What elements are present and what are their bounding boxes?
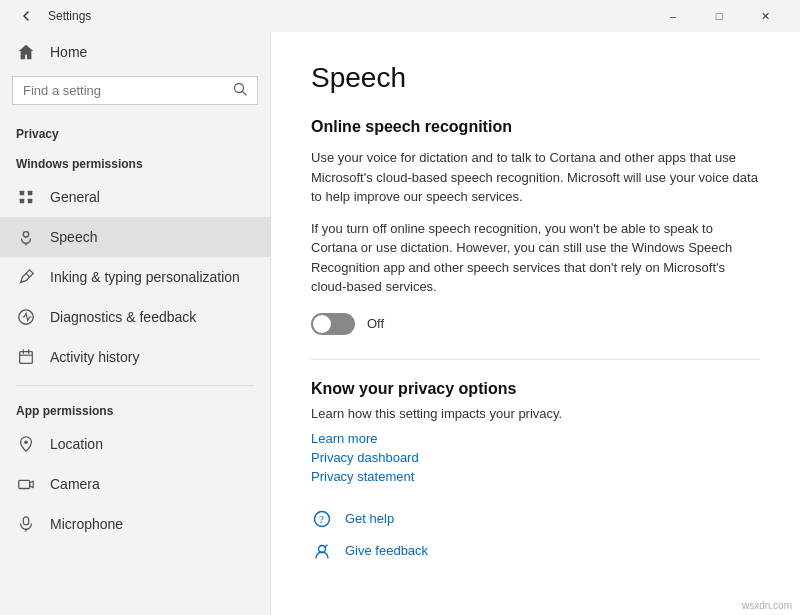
- home-icon: [16, 42, 36, 62]
- sidebar-item-general[interactable]: General: [0, 177, 270, 217]
- know-privacy-title: Know your privacy options: [311, 380, 760, 398]
- camera-icon: [16, 474, 36, 494]
- sidebar-divider: [16, 385, 254, 386]
- svg-point-14: [24, 440, 28, 444]
- toggle-row: Off: [311, 313, 760, 335]
- get-help-icon: ?: [311, 508, 333, 530]
- windows-permissions-label: Windows permissions: [0, 147, 270, 177]
- toggle-label: Off: [367, 316, 384, 331]
- sidebar-diagnostics-label: Diagnostics & feedback: [50, 309, 196, 325]
- sidebar-activity-label: Activity history: [50, 349, 139, 365]
- back-button[interactable]: [12, 2, 40, 30]
- sidebar-item-diagnostics[interactable]: Diagnostics & feedback: [0, 297, 270, 337]
- sidebar-microphone-label: Microphone: [50, 516, 123, 532]
- get-help-label[interactable]: Get help: [345, 511, 394, 526]
- svg-rect-4: [20, 199, 25, 204]
- search-box[interactable]: [12, 76, 258, 105]
- online-speech-section: Online speech recognition Use your voice…: [311, 118, 760, 335]
- give-feedback-item[interactable]: Give feedback: [311, 540, 760, 562]
- sidebar-speech-label: Speech: [50, 229, 97, 245]
- svg-line-1: [243, 92, 247, 96]
- activity-icon: [16, 347, 36, 367]
- speech-description-2: If you turn off online speech recognitio…: [311, 219, 760, 297]
- privacy-dashboard-link[interactable]: Privacy dashboard: [311, 450, 760, 465]
- page-title: Speech: [311, 62, 760, 94]
- app-container: Home Privacy Windows permissions General: [0, 32, 800, 615]
- sidebar-item-inking[interactable]: Inking & typing personalization: [0, 257, 270, 297]
- svg-rect-5: [28, 199, 33, 204]
- sidebar-home-label: Home: [50, 44, 87, 60]
- inking-icon: [16, 267, 36, 287]
- sidebar-inking-label: Inking & typing personalization: [50, 269, 240, 285]
- search-input[interactable]: [23, 83, 227, 98]
- sidebar-item-microphone[interactable]: Microphone: [0, 504, 270, 544]
- privacy-statement-link[interactable]: Privacy statement: [311, 469, 760, 484]
- microphone-icon: [16, 514, 36, 534]
- general-icon: [16, 187, 36, 207]
- search-icon: [233, 82, 247, 99]
- know-privacy-section: Know your privacy options Learn how this…: [311, 380, 760, 484]
- minimize-button[interactable]: –: [650, 0, 696, 32]
- svg-point-6: [23, 232, 28, 237]
- svg-rect-17: [23, 517, 28, 525]
- app-permissions-label: App permissions: [0, 394, 270, 424]
- close-button[interactable]: ✕: [742, 0, 788, 32]
- give-feedback-label[interactable]: Give feedback: [345, 543, 428, 558]
- window-controls: – □ ✕: [650, 0, 788, 32]
- learn-more-link[interactable]: Learn more: [311, 431, 760, 446]
- privacy-section-label: Privacy: [0, 117, 270, 147]
- main-content: Speech Online speech recognition Use you…: [270, 32, 800, 615]
- sidebar-item-activity[interactable]: Activity history: [0, 337, 270, 377]
- svg-marker-16: [30, 481, 34, 487]
- sidebar-location-label: Location: [50, 436, 103, 452]
- sidebar-item-home[interactable]: Home: [0, 32, 270, 72]
- svg-rect-3: [28, 191, 33, 196]
- speech-icon: [16, 227, 36, 247]
- help-section: ? Get help Give feedback: [311, 508, 760, 562]
- svg-rect-10: [20, 352, 33, 364]
- maximize-button[interactable]: □: [696, 0, 742, 32]
- sidebar-general-label: General: [50, 189, 100, 205]
- speech-description-1: Use your voice for dictation and to talk…: [311, 148, 760, 207]
- speech-toggle[interactable]: [311, 313, 355, 335]
- section-divider: [311, 359, 760, 360]
- sidebar-item-location[interactable]: Location: [0, 424, 270, 464]
- watermark: wsxdn.com: [742, 600, 792, 611]
- svg-rect-2: [20, 191, 25, 196]
- privacy-subtitle: Learn how this setting impacts your priv…: [311, 406, 760, 421]
- diagnostics-icon: [16, 307, 36, 327]
- titlebar: Settings – □ ✕: [0, 0, 800, 32]
- svg-text:?: ?: [319, 513, 324, 525]
- svg-line-8: [26, 273, 30, 277]
- sidebar-item-camera[interactable]: Camera: [0, 464, 270, 504]
- svg-rect-15: [19, 480, 30, 488]
- online-speech-title: Online speech recognition: [311, 118, 760, 136]
- location-icon: [16, 434, 36, 454]
- sidebar: Home Privacy Windows permissions General: [0, 32, 270, 615]
- sidebar-camera-label: Camera: [50, 476, 100, 492]
- get-help-item[interactable]: ? Get help: [311, 508, 760, 530]
- window-title: Settings: [48, 9, 650, 23]
- sidebar-item-speech[interactable]: Speech: [0, 217, 270, 257]
- toggle-knob: [313, 315, 331, 333]
- give-feedback-icon: [311, 540, 333, 562]
